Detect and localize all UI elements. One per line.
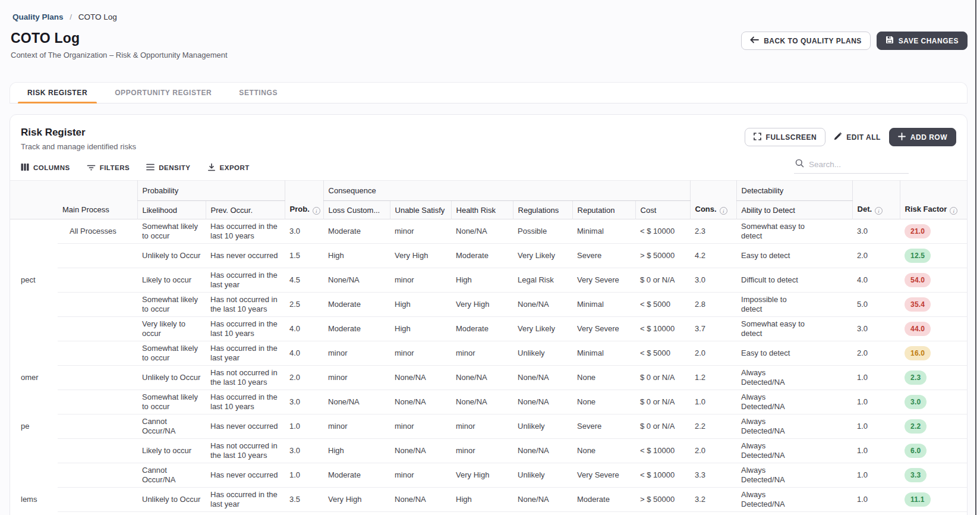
cell-reputation[interactable]: None (572, 390, 635, 414)
cell-health_risk[interactable]: Very High (451, 463, 513, 488)
info-icon[interactable]: i (875, 207, 883, 215)
cell-prev_occur[interactable]: Has occurred in the last year (206, 488, 285, 512)
cell-loss_customer[interactable]: Moderate (323, 293, 390, 317)
cell-health_risk[interactable]: High (451, 488, 513, 512)
cell-prev_occur[interactable]: Has occurred in the last 10 years (206, 317, 285, 341)
cell-ability_to_detect[interactable]: Always Detected/NA (736, 488, 852, 512)
cell-health_risk[interactable]: None/NA (451, 219, 513, 244)
cell-cost[interactable]: < $ 5000 (635, 293, 690, 317)
cell-risk_factor[interactable]: 16.0 (900, 341, 968, 366)
cell-risk_factor[interactable]: 21.0 (900, 219, 968, 244)
cell-likelihood[interactable]: Very likely to occur (137, 512, 206, 515)
cell-cost[interactable]: $ 0 or N/A (635, 366, 690, 390)
search-input[interactable] (809, 160, 898, 169)
tab-risk-register[interactable]: RISK REGISTER (18, 83, 97, 103)
col-header-unable_satisfy[interactable]: Unable Satisfy (390, 201, 451, 219)
cell-cost[interactable]: < $ 10000 (635, 439, 690, 463)
cell-likelihood[interactable]: Very likely to occur (137, 317, 206, 341)
cell-prev_occur[interactable]: Has not occurred in the last 10 years (206, 366, 285, 390)
cell-prob[interactable]: 3.0 (285, 439, 323, 463)
cell-ability_to_detect[interactable]: Always Detected/NA (736, 439, 852, 463)
cell-main_process[interactable] (58, 341, 137, 366)
cell-det[interactable]: 1.0 (852, 463, 900, 488)
cell-regulations[interactable]: Very Likely (513, 317, 572, 341)
cell-regulations[interactable]: Unlikely (513, 341, 572, 366)
cell-main_process[interactable] (58, 366, 137, 390)
cell-unable_satisfy[interactable]: minor (390, 341, 451, 366)
cell-likelihood[interactable]: Somewhat likely to occur (137, 293, 206, 317)
cell-ability_to_detect[interactable]: Easy to detect (736, 244, 852, 268)
cell-prob[interactable]: 3.0 (285, 219, 323, 244)
cell-reputation[interactable]: Minimal (572, 341, 635, 366)
cell-loss_customer[interactable]: Very High (323, 488, 390, 512)
cell-regulations[interactable]: Unlikely (513, 463, 572, 488)
export-button[interactable]: EXPORT (207, 163, 250, 172)
cell-prob[interactable]: 4.5 (285, 268, 323, 293)
cell-cons[interactable]: 2.0 (690, 439, 736, 463)
cell-reputation[interactable]: Severe (572, 244, 635, 268)
cell-risk_factor[interactable]: 12.5 (900, 244, 968, 268)
cell-main_process[interactable] (58, 488, 137, 512)
cell-risk_factor[interactable]: 3.3 (900, 463, 968, 488)
cell-regulations[interactable]: None/NA (513, 366, 572, 390)
cell-reputation[interactable]: None (572, 366, 635, 390)
cell-prob[interactable]: 3.0 (285, 390, 323, 414)
cell-unable_satisfy[interactable] (390, 512, 451, 515)
tab-settings[interactable]: SETTINGS (229, 83, 287, 103)
cell-det[interactable]: 3.0 (852, 317, 900, 341)
cell-main_process[interactable] (58, 390, 137, 414)
cell-unable_satisfy[interactable]: minor (390, 463, 451, 488)
cell-likelihood[interactable]: Cannot Occur/NA (137, 414, 206, 439)
cell-likelihood[interactable]: Somewhat likely to occur (137, 390, 206, 414)
cell-unable_satisfy[interactable]: minor (390, 268, 451, 293)
cell-risk_factor[interactable]: 6.0 (900, 439, 968, 463)
col-header-risk_factor[interactable]: Risk Factori (900, 201, 968, 219)
cell-loss_customer[interactable]: None/NA (323, 268, 390, 293)
cell-cost[interactable] (635, 512, 690, 515)
cell-likelihood[interactable]: Unlikely to Occur (137, 366, 206, 390)
col-header-prev_occur[interactable]: Prev. Occur. (206, 201, 285, 219)
cell-prev_occur[interactable]: Has occurred in the last 10 years (206, 219, 285, 244)
cell-risk_factor[interactable]: 3.0 (900, 390, 968, 414)
info-icon[interactable]: i (313, 207, 320, 215)
cell-det[interactable]: 1.0 (852, 414, 900, 439)
cell-regulations[interactable]: None/NA (513, 293, 572, 317)
cell-cons[interactable]: 2.3 (690, 219, 736, 244)
cell-prev_occur[interactable]: Has not occurred in the last 10 years (206, 439, 285, 463)
cell-main_process[interactable] (58, 512, 137, 515)
cell-health_risk[interactable]: None/NA (451, 366, 513, 390)
cell-loss_customer[interactable]: High (323, 244, 390, 268)
cell-reputation[interactable]: None (572, 439, 635, 463)
cell-health_risk[interactable]: Very High (451, 293, 513, 317)
col-header-reputation[interactable]: Reputation (572, 201, 635, 219)
cell-det[interactable]: 1.0 (852, 366, 900, 390)
cell-likelihood[interactable]: Unlikely to Occur (137, 244, 206, 268)
cell-cons[interactable]: 2.0 (690, 341, 736, 366)
cell-cons[interactable]: 1.2 (690, 366, 736, 390)
cell-cost[interactable]: $ 0 or N/A (635, 414, 690, 439)
col-header-det[interactable]: Det.i (852, 201, 900, 219)
cell-reputation[interactable]: Moderate (572, 488, 635, 512)
cell-regulations[interactable]: Legal Risk (513, 268, 572, 293)
cell-cons[interactable]: 1.0 (690, 390, 736, 414)
col-header-regulations[interactable]: Regulations (513, 201, 572, 219)
cell-cons[interactable]: 2.2 (690, 414, 736, 439)
cell-reputation[interactable]: Very Severe (572, 317, 635, 341)
cell-cons[interactable]: 3.2 (690, 488, 736, 512)
cell-prev_occur[interactable]: Has never occurred (206, 414, 285, 439)
info-icon[interactable]: i (950, 207, 957, 215)
cell-cons[interactable]: 3.7 (690, 317, 736, 341)
cell-prev_occur[interactable]: Has occurred in the last year (206, 268, 285, 293)
cell-risk_factor[interactable] (900, 512, 968, 515)
cell-risk_factor[interactable]: 2.2 (900, 414, 968, 439)
cell-loss_customer[interactable]: minor (323, 414, 390, 439)
cell-health_risk[interactable]: minor (451, 341, 513, 366)
cell-cost[interactable]: < $ 10000 (635, 317, 690, 341)
cell-reputation[interactable]: Minimal (572, 219, 635, 244)
cell-cost[interactable]: < $ 10000 (635, 463, 690, 488)
cell-likelihood[interactable]: Cannot Occur/NA (137, 463, 206, 488)
cell-prev_occur[interactable]: Has never occurred (206, 463, 285, 488)
cell-loss_customer[interactable]: Moderate (323, 219, 390, 244)
cell-prob[interactable]: 2.0 (285, 366, 323, 390)
cell-loss_customer[interactable]: None/NA (323, 390, 390, 414)
